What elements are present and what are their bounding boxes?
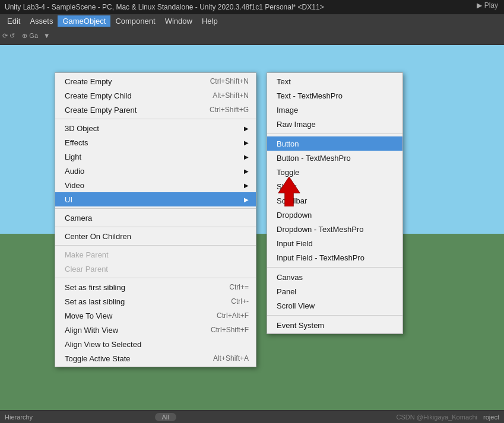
- ui-submenu: Text Text - TextMeshPro Image Raw Image …: [267, 72, 403, 334]
- ui-image[interactable]: Image: [267, 103, 402, 117]
- project-tab-label[interactable]: roject: [483, 414, 499, 421]
- menu-assets[interactable]: Assets: [25, 15, 58, 27]
- separator-3: [55, 227, 256, 227]
- ui-slider[interactable]: Slider: [267, 179, 402, 193]
- menu-gameobject[interactable]: GameObject: [58, 15, 110, 27]
- menu-make-parent: Make Parent: [55, 247, 256, 262]
- main-content: Create Empty Ctrl+Shift+N Create Empty C…: [0, 45, 504, 423]
- menu-clear-parent: Clear Parent: [55, 262, 256, 276]
- menu-create-empty[interactable]: Create Empty Ctrl+Shift+N: [55, 74, 256, 88]
- bottom-bar: Hierarchy All CSDN @Hikigaya_Komachi roj…: [0, 410, 504, 423]
- separator-4: [55, 245, 256, 246]
- ui-dropdown[interactable]: Dropdown: [267, 208, 402, 222]
- menu-edit[interactable]: Edit: [2, 15, 25, 27]
- title-bar: Unity Lab3-4 - SampleScene - PC, Mac & L…: [0, 0, 504, 14]
- toolbar-tools: ⟳ ↺ ⊕ Ga ▼: [2, 32, 50, 40]
- menu-light[interactable]: Light ▶: [55, 150, 256, 164]
- menu-create-empty-child[interactable]: Create Empty Child Alt+Shift+N: [55, 88, 256, 103]
- menu-set-last-sibling[interactable]: Set as last sibling Ctrl+-: [55, 294, 256, 308]
- menu-3d-object[interactable]: 3D Object ▶: [55, 121, 256, 135]
- ui-input-field-tmp[interactable]: Input Field - TextMeshPro: [267, 250, 402, 265]
- ui-button-tmp[interactable]: Button - TextMeshPro: [267, 151, 402, 165]
- ui-sep-3: [267, 315, 402, 316]
- ui-input-field[interactable]: Input Field: [267, 236, 402, 250]
- ui-dropdown-tmp[interactable]: Dropdown - TextMeshPro: [267, 222, 402, 236]
- menu-bar: Edit Assets GameObject Component Window …: [0, 14, 504, 27]
- menu-toggle-active-state[interactable]: Toggle Active State Alt+Shift+A: [55, 351, 256, 365]
- gameobject-dropdown-menu: Create Empty Ctrl+Shift+N Create Empty C…: [55, 72, 256, 367]
- separator-1: [55, 119, 256, 119]
- separator-5: [55, 278, 256, 278]
- menu-help[interactable]: Help: [197, 15, 223, 27]
- separator-2: [55, 208, 256, 209]
- menu-align-view-to-selected[interactable]: Align View to Selected: [55, 337, 256, 351]
- menu-component[interactable]: Component: [110, 15, 160, 27]
- ui-canvas[interactable]: Canvas: [267, 270, 402, 284]
- ui-text[interactable]: Text: [267, 74, 402, 88]
- ui-sep-1: [267, 133, 402, 134]
- menu-move-to-view[interactable]: Move To View Ctrl+Alt+F: [55, 308, 256, 323]
- menu-create-empty-parent[interactable]: Create Empty Parent Ctrl+Shift+G: [55, 103, 256, 117]
- ui-button[interactable]: Button: [267, 136, 402, 151]
- menu-align-with-view[interactable]: Align With View Ctrl+Shift+F: [55, 323, 256, 337]
- menu-set-first-sibling[interactable]: Set as first sibling Ctrl+=: [55, 280, 256, 294]
- ui-sep-2: [267, 267, 402, 268]
- ui-panel[interactable]: Panel: [267, 284, 402, 298]
- menu-audio[interactable]: Audio ▶: [55, 164, 256, 178]
- watermark: CSDN @Hikigaya_Komachi: [397, 414, 478, 421]
- toolbar: ⟳ ↺ ⊕ Ga ▼ ▶ Play: [0, 27, 504, 45]
- hierarchy-tab-label[interactable]: Hierarchy: [5, 414, 33, 421]
- ui-toggle[interactable]: Toggle: [267, 165, 402, 179]
- ui-text-tmp[interactable]: Text - TextMeshPro: [267, 88, 402, 103]
- ui-scroll-view[interactable]: Scroll View: [267, 298, 402, 313]
- play-button-area[interactable]: ▶ Play: [477, 1, 498, 9]
- menu-camera[interactable]: Camera: [55, 211, 256, 225]
- ui-event-system[interactable]: Event System: [267, 318, 402, 332]
- title-text: Unity Lab3-4 - SampleScene - PC, Mac & L…: [5, 3, 324, 11]
- ui-scrollbar[interactable]: Scrollbar: [267, 193, 402, 208]
- menu-effects[interactable]: Effects ▶: [55, 135, 256, 150]
- menu-ui[interactable]: UI ▶: [55, 192, 256, 206]
- menu-window[interactable]: Window: [160, 15, 197, 27]
- search-all-label[interactable]: All: [155, 413, 176, 421]
- ui-raw-image[interactable]: Raw Image: [267, 117, 402, 131]
- menu-center-on-children[interactable]: Center On Children: [55, 229, 256, 243]
- menu-video[interactable]: Video ▶: [55, 178, 256, 192]
